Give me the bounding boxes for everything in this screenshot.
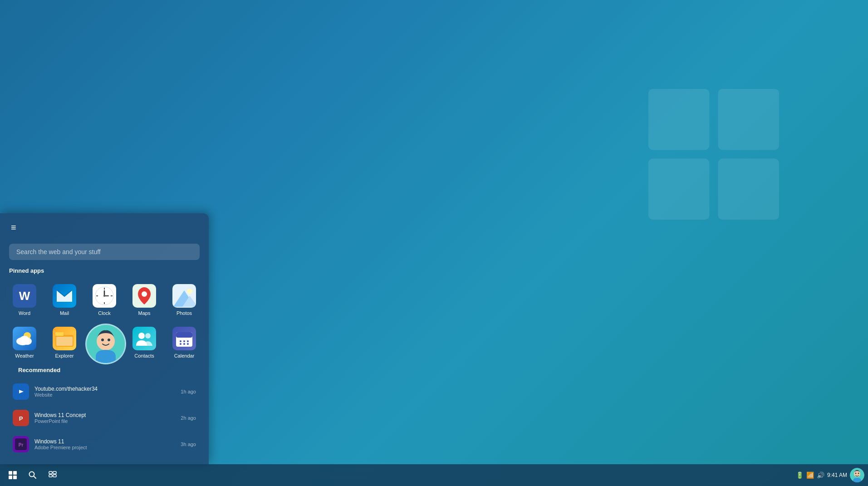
rec-info-win11concept: Windows 11 Concept PowerPoint file <box>34 412 175 424</box>
svg-point-41 <box>183 343 185 345</box>
app-mail[interactable]: Mail <box>45 280 83 320</box>
windows-logo <box>641 82 786 227</box>
app-contacts[interactable]: Contacts <box>125 322 163 363</box>
mail-label: Mail <box>60 310 69 316</box>
svg-rect-36 <box>176 332 192 338</box>
svg-point-26 <box>20 336 29 343</box>
maps-icon <box>132 284 156 308</box>
svg-point-33 <box>138 333 145 339</box>
rec-name-youtube: Youtube.com/thehacker34 <box>34 386 175 392</box>
rec-type-win11premiere: Adobe Premiere project <box>34 445 175 450</box>
user-avatar[interactable] <box>85 324 126 364</box>
svg-point-34 <box>145 333 151 339</box>
app-maps[interactable]: Maps <box>125 280 163 320</box>
calendar-icon <box>172 327 196 350</box>
word-label: Word <box>19 310 30 316</box>
svg-point-38 <box>183 340 185 342</box>
rec-time-win11premiere: 3h ago <box>181 442 196 447</box>
svg-point-22 <box>187 289 192 294</box>
explorer-label: Explorer <box>55 353 74 358</box>
hamburger-button[interactable]: ≡ <box>9 221 18 235</box>
rec-info-youtube: Youtube.com/thehacker34 Website <box>34 386 175 398</box>
svg-point-61 <box>858 473 859 474</box>
svg-rect-50 <box>9 476 12 479</box>
rec-time-win11concept: 2h ago <box>181 415 196 421</box>
maps-label: Maps <box>138 310 151 316</box>
desktop: ≡ Pinned apps W Word <box>0 0 868 486</box>
taskbar-left <box>4 466 62 484</box>
svg-rect-57 <box>53 475 56 477</box>
taskview-button[interactable] <box>44 466 62 484</box>
svg-point-60 <box>855 473 857 474</box>
svg-point-42 <box>187 343 189 345</box>
weather-label: Weather <box>15 353 34 358</box>
svg-rect-49 <box>13 471 17 475</box>
rec-time-youtube: 1h ago <box>181 389 196 394</box>
rec-icon-win11concept: P <box>13 410 29 426</box>
taskbar-clock[interactable]: 9:41 AM <box>827 472 847 478</box>
svg-rect-3 <box>718 159 779 220</box>
app-clock[interactable]: Clock <box>85 280 123 320</box>
svg-rect-54 <box>49 471 52 474</box>
app-word[interactable]: W Word <box>5 280 44 320</box>
svg-point-39 <box>187 340 189 342</box>
svg-rect-51 <box>13 476 17 479</box>
taskbar-system-icons: 🔋 📶 🔊 <box>796 471 824 479</box>
start-button[interactable] <box>4 466 22 484</box>
recommended-items: Youtube.com/thehacker34 Website 1h ago P <box>9 379 200 457</box>
volume-icon: 🔊 <box>817 471 824 479</box>
calendar-label: Calendar <box>174 353 195 358</box>
pinned-apps-label: Pinned apps <box>0 267 209 280</box>
clock-icon <box>93 284 116 308</box>
svg-rect-56 <box>49 475 52 477</box>
svg-rect-1 <box>718 89 779 150</box>
start-menu-top: ≡ <box>0 213 209 238</box>
user-avatar-area <box>85 324 126 364</box>
svg-rect-48 <box>9 471 12 475</box>
rec-item-win11premiere[interactable]: Pr Windows 11 Adobe Premiere project 3h … <box>9 432 200 457</box>
svg-rect-2 <box>648 159 709 220</box>
rec-name-win11concept: Windows 11 Concept <box>34 412 175 418</box>
svg-rect-0 <box>648 89 709 150</box>
contacts-label: Contacts <box>134 353 154 358</box>
svg-point-18 <box>142 291 147 297</box>
app-weather[interactable]: Weather <box>5 322 44 363</box>
word-icon: W <box>13 284 36 308</box>
clock-label: Clock <box>98 310 111 316</box>
app-explorer[interactable]: Explorer <box>45 322 83 363</box>
search-input[interactable] <box>9 244 200 260</box>
explorer-icon <box>53 327 76 350</box>
rec-icon-win11premiere: Pr <box>13 436 29 452</box>
svg-point-40 <box>180 343 181 345</box>
svg-point-6 <box>101 339 104 341</box>
contacts-icon <box>132 327 156 350</box>
recommended-label: Recommended <box>9 367 200 379</box>
rec-info-win11premiere: Windows 11 Adobe Premiere project <box>34 438 175 450</box>
photos-icon <box>172 284 196 308</box>
taskbar: 🔋 📶 🔊 9:41 AM <box>0 464 868 486</box>
app-calendar[interactable]: Calendar <box>165 322 203 363</box>
app-photos[interactable]: Photos <box>165 280 203 320</box>
taskbar-search-button[interactable] <box>24 466 42 484</box>
network-icon: 📶 <box>806 471 814 479</box>
svg-rect-29 <box>56 337 73 346</box>
photos-label: Photos <box>177 310 192 316</box>
rec-item-win11concept[interactable]: P Windows 11 Concept PowerPoint file 2h … <box>9 405 200 431</box>
svg-point-5 <box>97 332 115 350</box>
battery-icon: 🔋 <box>796 471 804 479</box>
mail-icon <box>53 284 76 308</box>
recommended-section: Recommended Youtube.com/thehacker34 Webs… <box>0 367 209 457</box>
clock-time: 9:41 AM <box>827 472 847 478</box>
rec-name-win11premiere: Windows 11 <box>34 438 175 445</box>
svg-point-7 <box>108 339 110 341</box>
search-bar-container <box>9 244 200 260</box>
rec-type-win11concept: PowerPoint file <box>34 418 175 424</box>
svg-rect-28 <box>55 332 64 336</box>
svg-line-53 <box>34 476 36 478</box>
svg-text:Pr: Pr <box>19 442 24 447</box>
svg-text:P: P <box>19 415 23 422</box>
rec-item-youtube[interactable]: Youtube.com/thehacker34 Website 1h ago <box>9 379 200 404</box>
taskbar-right: 🔋 📶 🔊 9:41 AM <box>796 468 864 482</box>
taskbar-avatar[interactable] <box>850 468 864 482</box>
svg-point-17 <box>103 295 105 297</box>
